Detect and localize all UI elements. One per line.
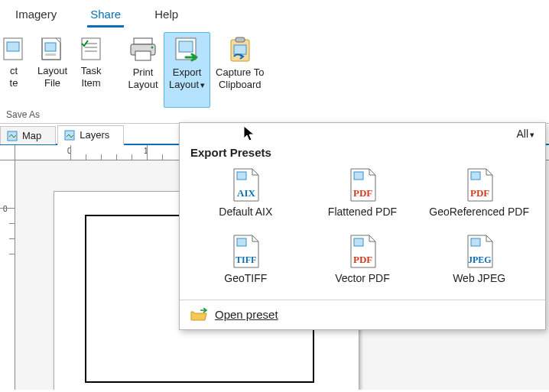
ribbon-item-layout-file[interactable]: LayoutFile	[32, 32, 73, 108]
svg-rect-11	[135, 51, 151, 60]
file-jpeg-icon: JPEG	[463, 234, 495, 269]
preset-flattened-pdf[interactable]: PDF Flattened PDF	[304, 162, 421, 224]
file-pdf-icon: PDF	[346, 167, 378, 202]
svg-rect-30	[237, 238, 246, 246]
svg-rect-33	[354, 238, 363, 246]
printer-icon	[128, 36, 158, 63]
svg-rect-16	[236, 37, 245, 42]
doctab-label: Map	[22, 130, 41, 141]
preset-georeferenced-pdf[interactable]: PDF GeoReferenced PDF	[421, 162, 538, 224]
tab-imagery[interactable]: Imagery	[12, 6, 60, 28]
ribbon-label: Capture ToClipboard	[216, 66, 264, 90]
svg-rect-5	[82, 38, 100, 60]
svg-rect-27	[471, 172, 480, 180]
layers-icon	[64, 130, 75, 141]
task-item-icon	[78, 36, 104, 62]
group-label-blank	[122, 108, 269, 121]
group-label-saveas: Save As	[0, 108, 109, 121]
svg-rect-4	[45, 53, 56, 56]
preset-grid: AIX Default AIX PDF Flattened PDF PDF Ge…	[180, 162, 545, 296]
open-preset-label: Open preset	[215, 308, 278, 321]
ruler-vertical: 0	[0, 160, 15, 390]
doctab-layers[interactable]: Layers	[57, 125, 124, 145]
preset-web-jpeg[interactable]: JPEG Web JPEG	[421, 228, 538, 290]
menu-tabstrip: Imagery Share Help	[0, 0, 549, 28]
clipboard-icon	[225, 36, 255, 63]
ribbon-item-task-item[interactable]: TaskItem	[73, 32, 109, 108]
svg-rect-1	[7, 42, 19, 51]
file-aix-icon: AIX	[229, 167, 262, 202]
svg-rect-17	[234, 45, 246, 54]
ruler-corner	[0, 145, 15, 160]
preset-vector-pdf[interactable]: PDF Vector PDF	[304, 228, 421, 290]
file-pdf-icon: PDF	[463, 167, 495, 202]
svg-rect-24	[354, 172, 363, 180]
svg-text:TIFF: TIFF	[236, 254, 256, 265]
ribbon-item-ct[interactable]: ctte	[0, 32, 32, 108]
preset-label: GeoTIFF	[224, 272, 267, 285]
preset-default-aix[interactable]: AIX Default AIX	[187, 162, 304, 224]
export-layout-dropdown: All Export Presets AIX Default AIX PDF F…	[179, 122, 546, 330]
ribbon-label: PrintLayout	[128, 66, 158, 90]
doctab-label: Layers	[80, 129, 109, 141]
tab-share[interactable]: Share	[87, 6, 124, 28]
preset-geotiff[interactable]: TIFF GeoTIFF	[187, 228, 304, 290]
svg-rect-14	[179, 41, 193, 52]
file-pdf-icon: PDF	[346, 234, 378, 269]
svg-rect-9	[134, 38, 152, 44]
document-icon	[1, 36, 27, 62]
svg-text:PDF: PDF	[353, 187, 372, 199]
svg-rect-36	[471, 238, 480, 246]
ribbon: ctte LayoutFile Tas	[0, 28, 549, 124]
folder-open-icon	[190, 308, 207, 322]
svg-point-12	[151, 47, 154, 49]
map-icon	[7, 131, 18, 141]
export-layout-icon	[172, 36, 203, 63]
ribbon-label: LayoutFile	[37, 65, 67, 89]
file-tiff-icon: TIFF	[229, 234, 262, 269]
svg-rect-3	[45, 43, 56, 51]
ruler-tick-label: 0	[3, 205, 8, 213]
layout-file-icon	[40, 36, 66, 62]
ribbon-item-capture-clipboard[interactable]: Capture ToClipboard	[210, 32, 269, 108]
dropdown-title: Export Presets	[190, 146, 545, 159]
doctab-map[interactable]: Map	[0, 126, 56, 144]
preset-label: GeoReferenced PDF	[429, 206, 529, 219]
dropdown-filter-all[interactable]: All	[180, 123, 545, 141]
tab-help[interactable]: Help	[151, 6, 181, 28]
preset-label: Default AIX	[219, 206, 272, 219]
ribbon-group-output: PrintLayout ExportLayout Captu	[122, 32, 269, 121]
svg-text:JPEG: JPEG	[468, 254, 492, 265]
open-preset[interactable]: Open preset	[180, 300, 545, 329]
preset-label: Flattened PDF	[328, 206, 397, 219]
ribbon-item-export-layout[interactable]: ExportLayout	[164, 32, 210, 108]
ribbon-group-saveas: ctte LayoutFile Tas	[0, 32, 109, 121]
preset-label: Web JPEG	[453, 272, 505, 285]
svg-text:PDF: PDF	[470, 187, 489, 199]
svg-rect-21	[237, 172, 246, 180]
svg-text:PDF: PDF	[353, 254, 372, 265]
svg-text:AIX: AIX	[237, 187, 255, 199]
ribbon-label: ExportLayout	[169, 66, 205, 90]
ribbon-item-print-layout[interactable]: PrintLayout	[122, 32, 164, 108]
ribbon-label: ctte	[10, 65, 18, 89]
preset-label: Vector PDF	[335, 272, 390, 285]
ribbon-label: TaskItem	[81, 65, 102, 89]
